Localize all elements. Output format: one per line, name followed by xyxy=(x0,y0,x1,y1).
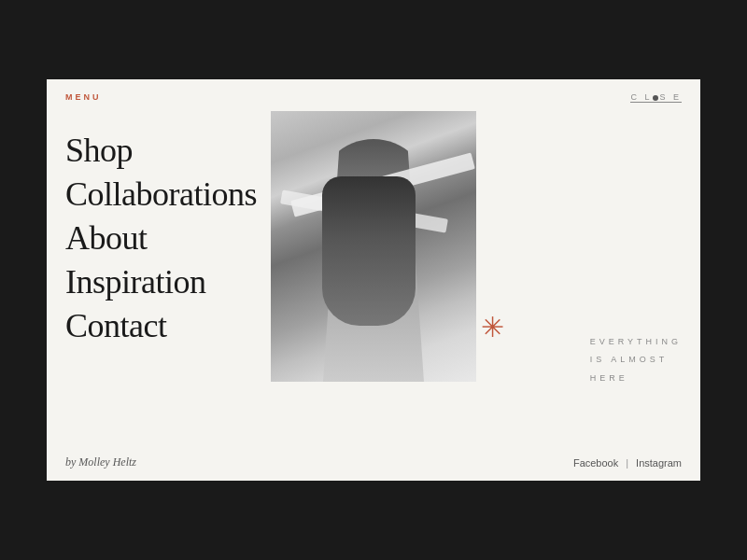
byline: by Molley Heltz xyxy=(65,455,136,469)
instagram-link[interactable]: Instagram xyxy=(636,457,682,469)
main-window: MENU C LS E Shop Collaborations About In… xyxy=(47,79,700,481)
nav-item-contact[interactable]: Contact xyxy=(65,305,271,347)
tagline-block: EVERYTHING IS ALMOST HERE xyxy=(590,333,682,388)
star-icon: ✳ xyxy=(481,314,504,342)
social-divider: | xyxy=(626,457,628,469)
tagline-text: EVERYTHING IS ALMOST HERE xyxy=(590,333,682,388)
nav-item-shop[interactable]: Shop xyxy=(65,130,271,172)
main-content: Shop Collaborations About Inspiration Co… xyxy=(47,111,700,444)
nav-menu: Shop Collaborations About Inspiration Co… xyxy=(65,120,271,444)
menu-label: MENU xyxy=(65,92,102,102)
hero-image xyxy=(271,111,476,382)
tagline-line3: HERE xyxy=(590,370,682,388)
cursor-icon xyxy=(653,95,658,101)
social-links: Facebook | Instagram xyxy=(573,457,682,469)
nav-item-about[interactable]: About xyxy=(65,217,271,259)
bottom-bar: by Molley Heltz Facebook | Instagram xyxy=(47,444,700,481)
tagline-line1: EVERYTHING xyxy=(590,333,682,352)
photo-background xyxy=(271,111,476,382)
nav-item-inspiration[interactable]: Inspiration xyxy=(65,261,271,303)
facebook-link[interactable]: Facebook xyxy=(573,457,618,469)
nav-item-collaborations[interactable]: Collaborations xyxy=(65,174,271,216)
top-bar: MENU C LS E xyxy=(47,79,700,111)
close-button[interactable]: C LS E xyxy=(630,92,682,102)
ribbon-overlay xyxy=(299,167,448,242)
tagline-line2: IS ALMOST xyxy=(590,351,682,370)
